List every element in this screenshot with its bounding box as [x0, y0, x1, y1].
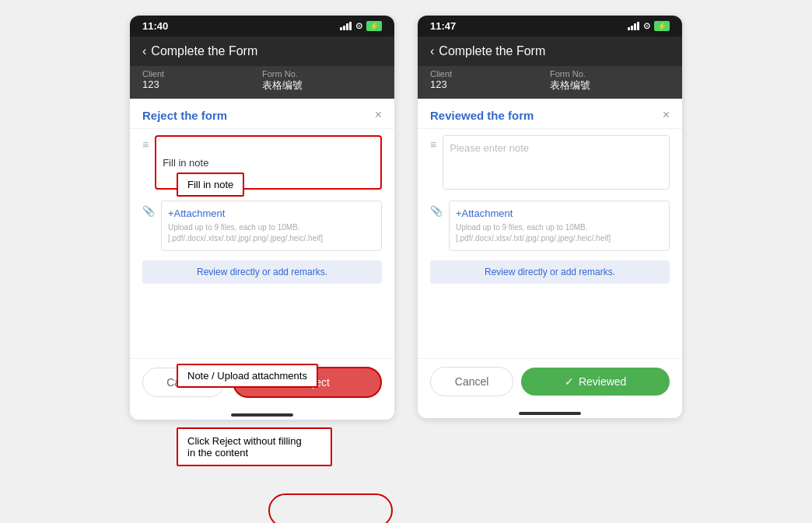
left-time: 11:40 [142, 20, 168, 32]
left-client-label: Client [142, 69, 262, 78]
left-status-bar: 11:40 ⊙ ⚡ [130, 16, 394, 37]
left-spacer [130, 288, 394, 358]
right-spacer [418, 288, 682, 358]
right-bottom-btns: Cancel ✓ Reviewed [418, 358, 682, 407]
left-attachment-section: 📎 +Attachment Upload up to 9 files, each… [130, 196, 394, 256]
right-attachment-clip-icon: 📎 [430, 200, 443, 217]
right-status-right: ⊙ ⚡ [628, 21, 670, 31]
left-nav-title: Complete the Form [151, 44, 257, 58]
annotation-upload: Note / Upload attachments [177, 364, 318, 388]
left-panel: Fill in note Note / Upload attachments C… [130, 16, 394, 420]
left-formno-value: 表格编號 [262, 78, 382, 92]
right-modal-title: Reviewed the form [430, 109, 534, 122]
right-time: 11:47 [430, 20, 456, 32]
right-reviewed-icon: ✓ [565, 375, 574, 388]
left-attachment-hint: Upload up to 9 files, each up to 10MB.[.… [168, 222, 375, 244]
right-attachment-btn[interactable]: +Attachment [456, 207, 663, 219]
left-wifi-icon: ⊙ [355, 21, 362, 31]
left-note-icon: ≡ [142, 135, 149, 151]
annotation-fill-note: Fill in note [177, 173, 244, 197]
left-home-bar [231, 413, 293, 417]
right-signal [628, 22, 639, 30]
left-battery-icon: ⚡ [366, 21, 382, 31]
left-remark-btn[interactable]: Review directly or add remarks. [142, 260, 382, 284]
right-client-value: 123 [430, 78, 550, 90]
right-status-bar: 11:47 ⊙ ⚡ [418, 16, 682, 37]
right-formno-col: Form No. 表格编號 [550, 69, 670, 92]
left-status-right: ⊙ ⚡ [340, 21, 382, 31]
right-attachment-section: 📎 +Attachment Upload up to 9 files, each… [418, 196, 682, 256]
right-cancel-button[interactable]: Cancel [430, 367, 513, 396]
left-modal-title: Reject the form [142, 109, 227, 122]
right-battery-icon: ⚡ [654, 21, 670, 31]
left-note-section: ≡ Fill in note [130, 129, 394, 196]
right-reviewed-label: Reviewed [579, 375, 626, 388]
left-modal-title-row: Reject the form × [130, 99, 394, 129]
right-note-icon: ≡ [430, 135, 436, 151]
left-client-col: Client 123 [142, 69, 262, 92]
right-form-info: Client 123 Form No. 表格编號 [418, 66, 682, 99]
left-form-info: Client 123 Form No. 表格编號 [130, 66, 394, 99]
right-attachment-hint: Upload up to 9 files, each up to 10MB.[.… [456, 222, 663, 244]
right-modal-title-row: Reviewed the form × [418, 99, 682, 129]
left-formno-col: Form No. 表格编號 [262, 69, 382, 92]
left-attachment-clip-icon: 📎 [142, 200, 155, 217]
left-client-value: 123 [142, 78, 262, 90]
right-modal: Reviewed the form × ≡ Please enter note … [418, 99, 682, 418]
annotation-reject-btn-outline [268, 493, 393, 523]
right-attachment-box: +Attachment Upload up to 9 files, each u… [449, 200, 670, 251]
right-client-col: Client 123 [430, 69, 550, 92]
right-panel: 11:47 ⊙ ⚡ ‹ Complete the Form Client 123 [418, 16, 682, 418]
right-close-btn[interactable]: × [663, 108, 670, 122]
right-client-label: Client [430, 69, 550, 78]
left-back-icon[interactable]: ‹ [142, 44, 146, 58]
right-remark-btn[interactable]: Review directly or add remarks. [430, 260, 670, 284]
right-back-icon[interactable]: ‹ [430, 44, 434, 58]
right-formno-value: 表格编號 [550, 78, 670, 92]
left-formno-label: Form No. [262, 69, 382, 78]
left-attachment-btn[interactable]: +Attachment [168, 207, 375, 219]
right-nav-title: Complete the Form [439, 44, 545, 58]
left-signal [340, 22, 352, 30]
left-nav-header[interactable]: ‹ Complete the Form [130, 37, 394, 66]
right-formno-label: Form No. [550, 69, 670, 78]
annotation-reject: Click Reject without filling in the cont… [177, 427, 332, 466]
right-home-indicator [418, 407, 682, 418]
left-phone-screen: 11:40 ⊙ ⚡ ‹ Complete the Form Client 123 [130, 16, 394, 420]
right-home-bar [519, 412, 581, 415]
right-nav-header[interactable]: ‹ Complete the Form [418, 37, 682, 66]
left-home-indicator [130, 409, 394, 420]
right-note-section: ≡ Please enter note [418, 129, 682, 196]
left-attachment-box: +Attachment Upload up to 9 files, each u… [161, 200, 382, 251]
right-reviewed-button[interactable]: ✓ Reviewed [521, 368, 670, 396]
right-wifi-icon: ⊙ [643, 21, 650, 31]
left-close-btn[interactable]: × [375, 108, 382, 122]
right-note-input[interactable]: Please enter note [443, 135, 670, 190]
right-phone-screen: 11:47 ⊙ ⚡ ‹ Complete the Form Client 123 [418, 16, 682, 418]
